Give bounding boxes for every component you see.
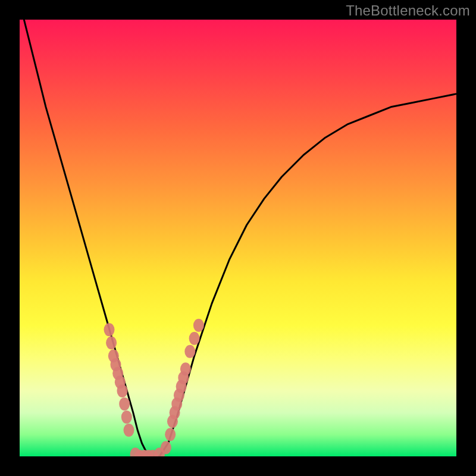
svg-point-27 xyxy=(193,319,204,332)
svg-point-7 xyxy=(119,397,130,411)
svg-point-8 xyxy=(121,411,132,424)
svg-point-6 xyxy=(117,384,128,397)
svg-point-1 xyxy=(106,336,117,349)
svg-point-26 xyxy=(189,332,200,345)
svg-point-16 xyxy=(161,441,171,454)
chart-container: TheBottleneck.com xyxy=(0,0,476,476)
curve-markers xyxy=(104,319,204,456)
svg-point-0 xyxy=(104,323,115,336)
bottleneck-curve-svg xyxy=(20,20,456,456)
svg-point-25 xyxy=(184,345,195,358)
watermark-text: TheBottleneck.com xyxy=(346,2,470,19)
curve-line xyxy=(20,20,456,456)
svg-point-9 xyxy=(124,424,134,437)
svg-point-24 xyxy=(180,362,191,375)
svg-point-17 xyxy=(165,428,176,441)
